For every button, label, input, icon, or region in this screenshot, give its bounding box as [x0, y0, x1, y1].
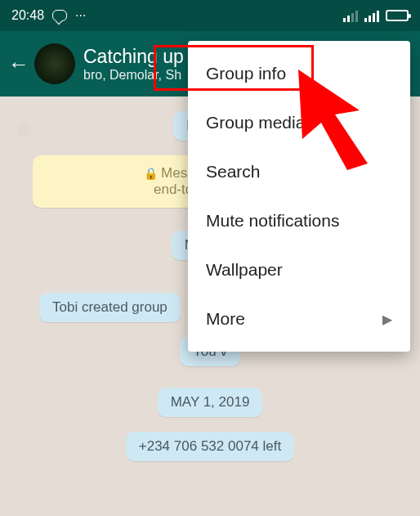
event-pill: +234 706 532 0074 left	[126, 432, 294, 461]
menu-mute[interactable]: Mute notifications	[188, 196, 410, 245]
menu-group-media[interactable]: Group media	[188, 98, 410, 147]
menu-more[interactable]: More ▶	[188, 294, 410, 343]
menu-item-label: Wallpaper	[206, 260, 283, 280]
signal-icon	[343, 9, 358, 22]
chat-bubble-icon	[52, 10, 67, 21]
group-avatar[interactable]	[34, 43, 75, 84]
chevron-right-icon: ▶	[382, 312, 392, 327]
menu-item-label: Mute notifications	[206, 211, 339, 231]
status-dots: ···	[75, 8, 86, 23]
menu-search[interactable]: Search	[188, 147, 410, 196]
signal-icon	[364, 9, 379, 22]
options-menu: Group info Group media Search Mute notif…	[188, 41, 410, 352]
menu-group-info[interactable]: Group info	[188, 49, 410, 98]
event-pill: Tobi created group	[39, 293, 181, 322]
menu-wallpaper[interactable]: Wallpaper	[188, 245, 410, 294]
back-arrow-icon[interactable]: ←	[7, 52, 31, 77]
menu-item-label: Group media	[206, 113, 305, 132]
date-pill: MAY 1, 2019	[158, 388, 263, 417]
status-bar: 20:48 ···	[0, 0, 420, 31]
menu-item-label: More	[206, 309, 245, 329]
battery-icon	[386, 10, 409, 21]
menu-item-label: Group info	[206, 64, 286, 83]
menu-item-label: Search	[206, 162, 261, 182]
status-time: 20:48	[11, 8, 44, 23]
lock-icon: 🔒	[144, 167, 158, 180]
